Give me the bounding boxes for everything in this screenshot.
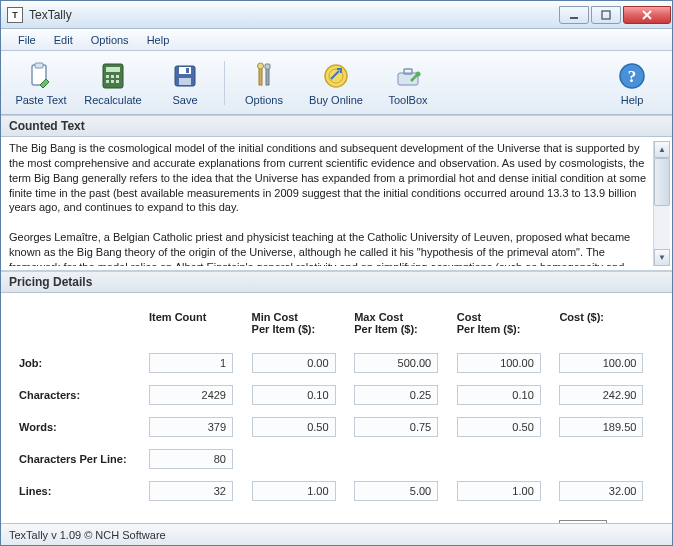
row-total: Total Cost ($): 564.40 (15, 509, 658, 523)
svg-rect-12 (111, 80, 114, 83)
svg-rect-0 (570, 17, 578, 19)
svg-point-20 (258, 63, 264, 69)
row-characters: Characters: 2429 0.10 0.25 0.10 242.90 (15, 381, 658, 409)
svg-text:?: ? (628, 67, 637, 86)
window-title: TexTally (29, 8, 558, 22)
options-button[interactable]: Options (228, 54, 300, 112)
save-label: Save (172, 94, 197, 106)
label-words: Words: (15, 413, 145, 441)
svg-rect-15 (179, 67, 191, 74)
words-per[interactable]: 0.50 (457, 417, 541, 437)
total-cost-label: Total Cost ($): (453, 509, 556, 523)
calculator-icon (97, 60, 129, 92)
paste-label: Paste Text (15, 94, 66, 106)
svg-rect-24 (398, 73, 418, 85)
window-buttons (558, 6, 672, 24)
help-icon: ? (616, 60, 648, 92)
recalculate-button[interactable]: Recalculate (77, 54, 149, 112)
scroll-track[interactable] (654, 158, 670, 249)
menu-edit[interactable]: Edit (45, 32, 82, 48)
scroll-up-button[interactable]: ▲ (654, 141, 670, 158)
statusbar-text: TexTally v 1.09 © NCH Software (9, 529, 166, 541)
words-min[interactable]: 0.50 (252, 417, 336, 437)
save-button[interactable]: Save (149, 54, 221, 112)
help-label: Help (621, 94, 644, 106)
svg-rect-9 (111, 75, 114, 78)
svg-point-22 (325, 65, 347, 87)
svg-rect-11 (106, 80, 109, 83)
tools-icon (248, 60, 280, 92)
buy-icon (320, 60, 352, 92)
total-cost-value[interactable]: 564.40 (559, 520, 607, 523)
characters-cost: 242.90 (559, 385, 643, 405)
characters-count[interactable]: 2429 (149, 385, 233, 405)
minimize-button[interactable] (559, 6, 589, 24)
statusbar: TexTally v 1.09 © NCH Software (1, 523, 672, 545)
label-lines: Lines: (15, 477, 145, 505)
pricing-panel: Item Count Min Cost Per Item ($): Max Co… (1, 293, 672, 523)
save-icon (169, 60, 201, 92)
menu-help[interactable]: Help (138, 32, 179, 48)
svg-rect-25 (404, 69, 412, 74)
svg-rect-17 (186, 68, 189, 73)
col-max-cost: Max Cost Per Item ($): (350, 307, 453, 345)
paste-icon (25, 60, 57, 92)
app-window: T TexTally File Edit Options Help Paste … (0, 0, 673, 546)
scroll-thumb[interactable] (654, 158, 670, 206)
menu-options[interactable]: Options (82, 32, 138, 48)
svg-rect-16 (179, 78, 191, 85)
buy-online-button[interactable]: Buy Online (300, 54, 372, 112)
cpl-count[interactable]: 80 (149, 449, 233, 469)
app-icon: T (7, 7, 23, 23)
help-button[interactable]: ? Help (596, 54, 668, 112)
svg-rect-21 (265, 64, 270, 69)
vertical-scrollbar[interactable]: ▲ ▼ (653, 141, 670, 266)
lines-min[interactable]: 1.00 (252, 481, 336, 501)
svg-rect-8 (106, 75, 109, 78)
paste-text-button[interactable]: Paste Text (5, 54, 77, 112)
col-item-count: Item Count (145, 307, 248, 345)
recalculate-label: Recalculate (84, 94, 141, 106)
row-job: Job: 1 0.00 500.00 100.00 100.00 (15, 349, 658, 377)
svg-rect-13 (116, 80, 119, 83)
svg-rect-5 (35, 63, 43, 68)
toolbar-separator (224, 61, 225, 105)
lines-count[interactable]: 32 (149, 481, 233, 501)
job-min[interactable]: 0.00 (252, 353, 336, 373)
lines-per[interactable]: 1.00 (457, 481, 541, 501)
job-max[interactable]: 500.00 (354, 353, 438, 373)
lines-cost: 32.00 (559, 481, 643, 501)
maximize-button[interactable] (591, 6, 621, 24)
svg-point-26 (416, 71, 421, 76)
toolbox-icon (392, 60, 424, 92)
buy-label: Buy Online (309, 94, 363, 106)
row-cpl: Characters Per Line: 80 (15, 445, 658, 473)
counted-text-content[interactable]: The Big Bang is the cosmological model o… (9, 141, 653, 266)
toolbox-button[interactable]: ToolBox (372, 54, 444, 112)
row-lines: Lines: 32 1.00 5.00 1.00 32.00 (15, 477, 658, 505)
characters-per[interactable]: 0.10 (457, 385, 541, 405)
menu-file[interactable]: File (9, 32, 45, 48)
counted-text-header: Counted Text (1, 115, 672, 137)
characters-max[interactable]: 0.25 (354, 385, 438, 405)
menubar: File Edit Options Help (1, 29, 672, 51)
job-count[interactable]: 1 (149, 353, 233, 373)
col-min-cost: Min Cost Per Item ($): (248, 307, 351, 345)
scroll-down-button[interactable]: ▼ (654, 249, 670, 266)
toolbar: Paste Text Recalculate Save Options Buy (1, 51, 672, 115)
job-per[interactable]: 100.00 (457, 353, 541, 373)
toolbox-label: ToolBox (388, 94, 427, 106)
close-button[interactable] (623, 6, 671, 24)
words-max[interactable]: 0.75 (354, 417, 438, 437)
characters-min[interactable]: 0.10 (252, 385, 336, 405)
options-label: Options (245, 94, 283, 106)
lines-max[interactable]: 5.00 (354, 481, 438, 501)
label-characters: Characters: (15, 381, 145, 409)
counted-text-area: The Big Bang is the cosmological model o… (1, 137, 672, 271)
words-count[interactable]: 379 (149, 417, 233, 437)
svg-rect-10 (116, 75, 119, 78)
label-cpl: Characters Per Line: (15, 445, 145, 473)
label-job: Job: (15, 349, 145, 377)
col-cost: Cost ($): (555, 307, 658, 345)
pricing-table: Item Count Min Cost Per Item ($): Max Co… (15, 303, 658, 523)
